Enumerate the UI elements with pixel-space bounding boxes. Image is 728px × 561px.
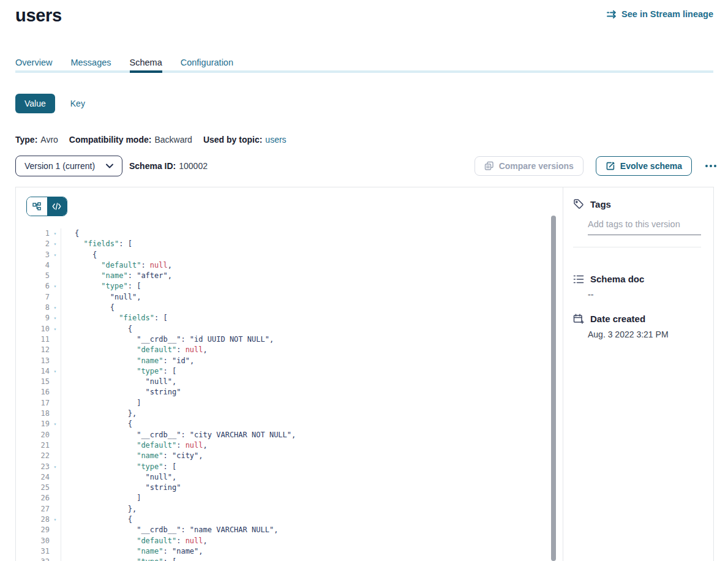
- code-text: "default": null,: [61, 536, 208, 546]
- fold-arrow-icon[interactable]: ▾: [50, 250, 61, 260]
- tab-schema[interactable]: Schema: [130, 58, 162, 67]
- code-line: 4 "default": null,: [26, 260, 563, 271]
- code-line: 11 "__crdb__": "id UUID NOT NULL",: [26, 334, 563, 345]
- stream-lineage-label: See in Stream lineage: [621, 9, 713, 19]
- code-line: 24 "null",: [26, 472, 563, 483]
- fold-arrow-icon[interactable]: ▾: [50, 419, 61, 429]
- code-text: "name": "id",: [61, 356, 194, 366]
- fold-arrow-icon[interactable]: ▾: [50, 366, 61, 377]
- code-line: 8▾ {: [26, 303, 563, 313]
- line-number: 1: [26, 228, 50, 239]
- line-number: 5: [26, 271, 50, 281]
- fold-spacer: [50, 377, 61, 387]
- tab-overview[interactable]: Overview: [15, 58, 52, 67]
- code-text: "__crdb__": "id UUID NOT NULL",: [61, 334, 274, 345]
- schema-panel: 1▾{2▾ "fields": [3▾ {4 "default": null,5…: [15, 187, 714, 561]
- line-number: 2: [26, 239, 50, 249]
- fold-arrow-icon[interactable]: ▾: [50, 557, 61, 561]
- code-text: "null",: [61, 377, 176, 387]
- tags-section: Tags: [573, 198, 701, 247]
- line-number: 19: [26, 419, 50, 429]
- code-viewer: 1▾{2▾ "fields": [3▾ {4 "default": null,5…: [16, 187, 563, 561]
- code-line: 1▾{: [26, 228, 563, 239]
- code-text: "string": [61, 483, 181, 493]
- code-text: "type": [: [61, 462, 176, 472]
- fold-arrow-icon[interactable]: ▾: [50, 281, 61, 292]
- list-icon: [573, 274, 584, 284]
- line-number: 4: [26, 260, 50, 271]
- code-text: "name": "city",: [61, 451, 203, 461]
- code-text: "string": [61, 387, 181, 397]
- dot-icon: [710, 165, 712, 167]
- date-created-title: Date created: [590, 314, 645, 324]
- tree-view-button[interactable]: [27, 197, 47, 216]
- fold-spacer: [50, 409, 61, 419]
- fold-arrow-icon[interactable]: ▾: [50, 239, 61, 249]
- code-line: 9▾ "fields": [: [26, 313, 563, 323]
- line-number: 10: [26, 324, 50, 334]
- dot-icon: [705, 165, 708, 167]
- value-tab-button[interactable]: Value: [15, 94, 55, 113]
- tab-active-indicator: [130, 70, 162, 73]
- tags-title: Tags: [590, 199, 611, 209]
- schema-page: users See in Stream lineage OverviewMess…: [0, 0, 728, 561]
- tabs: OverviewMessagesSchemaConfiguration: [15, 54, 713, 70]
- more-options-button[interactable]: [704, 162, 718, 170]
- meta-item: Used by topic:users: [203, 135, 287, 145]
- code-lines: 1▾{2▾ "fields": [3▾ {4 "default": null,5…: [26, 228, 563, 561]
- code-text: {: [61, 250, 97, 260]
- tag-icon: [573, 198, 584, 209]
- schema-id-value: 100002: [179, 161, 208, 171]
- code-text: "__crdb__": "name VARCHAR NULL",: [61, 525, 278, 535]
- code-text: {: [61, 419, 132, 429]
- fold-arrow-icon[interactable]: ▾: [50, 514, 61, 525]
- fold-arrow-icon[interactable]: ▾: [50, 303, 61, 313]
- line-number: 13: [26, 356, 50, 366]
- compare-versions-icon: [484, 161, 494, 171]
- code-text: {: [61, 324, 132, 334]
- code-text: {: [61, 514, 132, 525]
- line-number: 15: [26, 377, 50, 387]
- compare-versions-button[interactable]: Compare versions: [475, 156, 584, 176]
- code-line: 2▾ "fields": [: [26, 239, 563, 249]
- line-number: 29: [26, 525, 50, 535]
- see-in-stream-lineage-link[interactable]: See in Stream lineage: [607, 9, 713, 19]
- meta-item: Type:Avro: [15, 135, 58, 145]
- code-line: 32▾ "type": [: [26, 557, 563, 561]
- line-number: 26: [26, 493, 50, 503]
- line-number: 11: [26, 334, 50, 345]
- version-select-value: Version 1 (current): [24, 161, 95, 171]
- code-view-button[interactable]: [47, 197, 67, 216]
- code-line: 29 "__crdb__": "name VARCHAR NULL",: [26, 525, 563, 535]
- fold-arrow-icon[interactable]: ▾: [50, 324, 61, 334]
- fold-arrow-icon[interactable]: ▾: [50, 228, 61, 239]
- code-text: "fields": [: [61, 239, 132, 249]
- date-created-value: Aug. 3 2022 3:21 PM: [588, 329, 701, 339]
- code-text: "name": "after",: [61, 271, 172, 281]
- code-line: 5 "name": "after",: [26, 271, 563, 281]
- tab-messages[interactable]: Messages: [70, 58, 111, 67]
- code-text: },: [61, 504, 137, 514]
- line-number: 14: [26, 366, 50, 377]
- key-tab-button[interactable]: Key: [70, 99, 85, 108]
- vertical-scrollbar-thumb[interactable]: [551, 216, 556, 561]
- code-line: 10▾ {: [26, 324, 563, 334]
- line-number: 32: [26, 557, 50, 561]
- schema-doc-value: --: [588, 290, 701, 299]
- fold-arrow-icon[interactable]: ▾: [50, 462, 61, 472]
- meta-label: Type:: [15, 135, 37, 145]
- fold-spacer: [50, 440, 61, 451]
- line-number: 8: [26, 303, 50, 313]
- line-number: 21: [26, 440, 50, 451]
- version-select[interactable]: Version 1 (current): [15, 156, 122, 176]
- evolve-schema-button[interactable]: Evolve schema: [596, 156, 692, 176]
- meta-value-link[interactable]: users: [265, 135, 286, 145]
- code-text: "type": [: [61, 366, 176, 377]
- add-tags-input[interactable]: [588, 219, 701, 235]
- tab-configuration[interactable]: Configuration: [181, 58, 233, 67]
- line-number: 31: [26, 546, 50, 557]
- fold-spacer: [50, 387, 61, 397]
- fold-spacer: [50, 292, 61, 303]
- view-mode-toggle: [26, 197, 67, 216]
- fold-arrow-icon[interactable]: ▾: [50, 313, 61, 323]
